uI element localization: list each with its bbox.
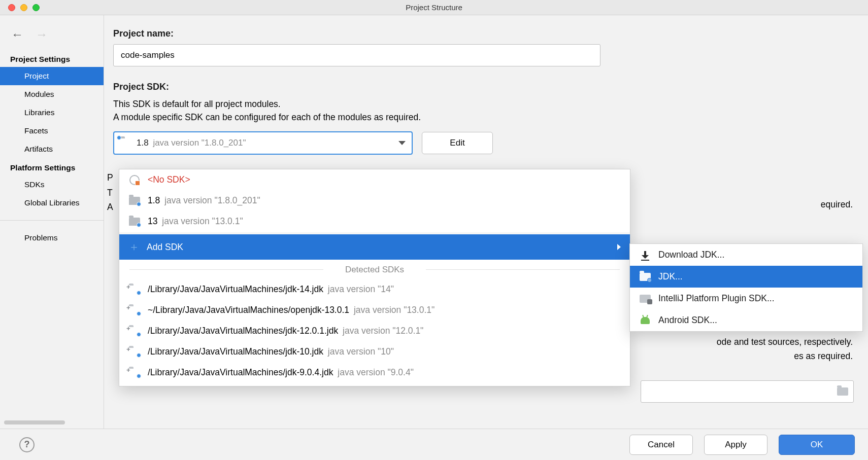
add-sdk-submenu: Download JDK... JDK... IntelliJ Platform… [629, 243, 863, 332]
path-input[interactable] [641, 380, 854, 403]
obscured-text: equired. [821, 199, 853, 210]
sidebar: ← → Project Settings Project Modules Lib… [0, 15, 104, 429]
nav-back-button[interactable]: ← [11, 28, 23, 41]
sidebar-section-platform-settings: Platform Settings [0, 158, 104, 175]
add-folder-icon: + [128, 327, 141, 335]
folder-icon [120, 138, 131, 148]
dropdown-item-add-sdk[interactable]: ＋ Add SDK [119, 234, 630, 260]
traffic-lights [8, 4, 40, 11]
sidebar-section-project-settings: Project Settings [0, 50, 104, 67]
plugin-sdk-icon [639, 295, 651, 303]
android-icon [639, 317, 651, 324]
ok-button[interactable]: OK [779, 435, 855, 455]
folder-icon [128, 218, 141, 226]
dropdown-detected-item[interactable]: + /Library/Java/JavaVirtualMachines/jdk-… [119, 341, 630, 362]
submenu-item-jdk[interactable]: JDK... [630, 266, 862, 288]
sidebar-item-libraries[interactable]: Libraries [0, 103, 104, 122]
add-folder-icon: + [128, 286, 141, 294]
obscured-text: ode and test sources, respectively. [717, 337, 853, 347]
obscured-text: A [107, 202, 113, 213]
sdk-description-line1: This SDK is default for all project modu… [113, 97, 853, 111]
sdk-description-line2: A module specific SDK can be configured … [113, 111, 853, 124]
project-sdk-combobox[interactable]: 1.8 java version "1.8.0_201" [113, 131, 413, 155]
download-icon [639, 251, 651, 259]
sidebar-item-global-libraries[interactable]: Global Libraries [0, 194, 104, 212]
titlebar: Project Structure [0, 0, 868, 15]
dropdown-separator [119, 233, 630, 233]
dropdown-item-sdk-1-8[interactable]: 1.8 java version "1.8.0_201" [119, 190, 630, 211]
window-close-button[interactable] [8, 4, 15, 11]
dropdown-item-no-sdk[interactable]: <No SDK> [119, 169, 630, 190]
sidebar-item-modules[interactable]: Modules [0, 85, 104, 103]
obscured-text: T [107, 188, 113, 198]
sdk-selected-name: 1.8 [137, 138, 149, 148]
sidebar-divider [0, 220, 104, 221]
window-minimize-button[interactable] [20, 4, 27, 11]
add-folder-icon: + [128, 348, 141, 356]
project-name-input[interactable] [113, 44, 600, 66]
dropdown-item-sdk-13[interactable]: 13 java version "13.0.1" [119, 211, 630, 232]
sidebar-item-project[interactable]: Project [0, 67, 104, 85]
obscured-text: P [107, 172, 113, 183]
window-title: Project Structure [0, 3, 868, 12]
window-zoom-button[interactable] [32, 4, 40, 11]
sdk-dropdown-popup: <No SDK> 1.8 java version "1.8.0_201" 13… [119, 169, 630, 386]
browse-folder-icon[interactable] [837, 387, 848, 396]
chevron-right-icon [617, 244, 621, 250]
dropdown-detected-item[interactable]: + /Library/Java/JavaVirtualMachines/jdk-… [119, 279, 630, 300]
submenu-item-android-sdk[interactable]: Android SDK... [630, 309, 862, 331]
dropdown-detected-item[interactable]: + /Library/Java/JavaVirtualMachines/jdk-… [119, 362, 630, 383]
sidebar-item-sdks[interactable]: SDKs [0, 175, 104, 194]
submenu-item-intellij-platform-sdk[interactable]: IntelliJ Platform Plugin SDK... [630, 288, 862, 309]
sdk-selected-detail: java version "1.8.0_201" [153, 138, 246, 148]
sidebar-item-problems[interactable]: Problems [0, 229, 104, 247]
apply-button[interactable]: Apply [704, 435, 767, 455]
help-button[interactable]: ? [19, 437, 35, 452]
project-name-label: Project name: [113, 28, 853, 39]
dialog-footer: ? Cancel Apply OK [0, 429, 868, 460]
folder-icon [128, 197, 141, 205]
project-sdk-label: Project SDK: [113, 82, 853, 92]
obscured-text: es as required. [794, 351, 853, 362]
chevron-down-icon [398, 141, 406, 145]
nav-forward-button[interactable]: → [36, 28, 48, 41]
edit-sdk-button[interactable]: Edit [422, 132, 493, 154]
sidebar-item-facets[interactable]: Facets [0, 122, 104, 140]
sidebar-item-artifacts[interactable]: Artifacts [0, 140, 104, 158]
dropdown-detected-header: Detected SDKs [119, 260, 630, 279]
folder-icon [639, 273, 651, 281]
no-sdk-icon [128, 175, 141, 185]
add-folder-icon: + [128, 369, 141, 377]
sidebar-horizontal-scrollbar[interactable] [4, 420, 65, 424]
add-folder-icon: + [128, 306, 141, 314]
submenu-item-download-jdk[interactable]: Download JDK... [630, 244, 862, 266]
dropdown-detected-item[interactable]: + ~/Library/Java/JavaVirtualMachines/ope… [119, 300, 630, 321]
cancel-button[interactable]: Cancel [629, 435, 693, 455]
plus-icon: ＋ [128, 239, 140, 255]
dropdown-detected-item[interactable]: + /Library/Java/JavaVirtualMachines/jdk-… [119, 321, 630, 341]
